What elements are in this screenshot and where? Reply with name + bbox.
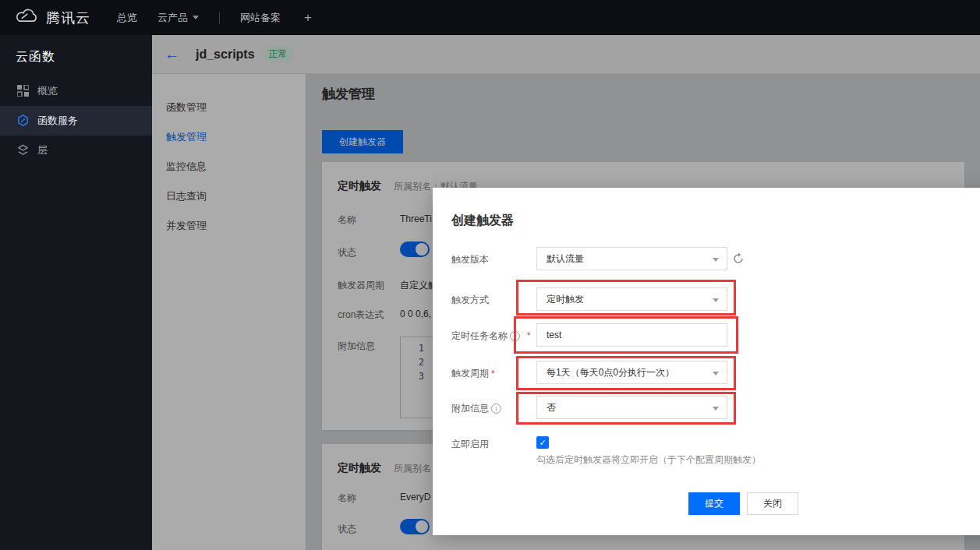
version-select[interactable]: 默认流量 — [536, 247, 727, 270]
topnav-icp[interactable]: 网站备案 — [240, 11, 281, 25]
extra-info-select[interactable]: 否 — [536, 396, 727, 419]
product-sidebar: 云函数 概览 函数服务 层 — [0, 35, 152, 550]
topnav-products[interactable]: 云产品 — [157, 11, 199, 25]
chevron-down-icon — [713, 298, 719, 305]
required-mark: * — [527, 330, 531, 341]
required-mark: * — [491, 368, 495, 379]
sidebar-item-layers[interactable]: 层 — [0, 136, 152, 165]
trigger-type-select[interactable]: 定时触发 — [536, 287, 727, 311]
brand[interactable]: 腾讯云 — [0, 7, 90, 29]
topnav-divider — [219, 12, 220, 24]
info-icon[interactable]: i — [510, 331, 520, 341]
layers-icon — [17, 144, 30, 157]
topnav: 总览 云产品 网站备案 + — [117, 10, 312, 26]
product-title: 云函数 — [0, 35, 152, 76]
task-name-input[interactable] — [536, 323, 727, 347]
screen: 腾讯云 总览 云产品 网站备案 + 云函数 概览 函数服务 — [0, 0, 980, 550]
close-button[interactable]: 关闭 — [747, 492, 798, 515]
topbar: 腾讯云 总览 云产品 网站备案 + — [0, 0, 980, 35]
period-select[interactable]: 每1天（每天0点0分执行一次） — [536, 361, 727, 384]
add-tab-icon[interactable]: + — [304, 10, 312, 26]
chevron-down-icon — [713, 258, 719, 265]
field-label-period: 触发周期 * — [451, 367, 495, 380]
chevron-down-icon — [713, 372, 719, 379]
field-label-extra-info: 附加信息 i — [451, 402, 501, 415]
field-label-enable-now: 立即启用 — [451, 438, 489, 451]
sidebar-item-function-service[interactable]: 函数服务 — [0, 106, 152, 136]
sidebar-item-overview[interactable]: 概览 — [0, 76, 152, 106]
enable-now-checkbox[interactable]: ✓ — [536, 436, 549, 449]
field-label-version: 触发版本 — [451, 253, 489, 266]
modal-title: 创建触发器 — [451, 213, 514, 229]
function-icon — [17, 115, 30, 127]
info-icon[interactable]: i — [491, 404, 501, 414]
field-label-task-name: 定时任务名称 i — [451, 330, 520, 343]
chevron-down-icon — [713, 407, 719, 414]
create-trigger-modal: 创建触发器 触发版本 默认流量 触发方式 定时触发 定时任务名称 i * 触发周… — [433, 188, 980, 535]
submit-button[interactable]: 提交 — [688, 492, 740, 515]
brand-name: 腾讯云 — [46, 9, 90, 27]
topnav-overview[interactable]: 总览 — [117, 11, 137, 25]
enable-now-hint: 勾选后定时触发器将立即开启（于下个配置周期触发） — [536, 453, 761, 467]
refresh-icon[interactable] — [732, 252, 745, 265]
chevron-down-icon — [193, 16, 199, 23]
tencent-cloud-logo-icon — [12, 7, 39, 29]
grid-icon — [17, 85, 30, 97]
field-label-trigger-type: 触发方式 — [451, 294, 489, 307]
